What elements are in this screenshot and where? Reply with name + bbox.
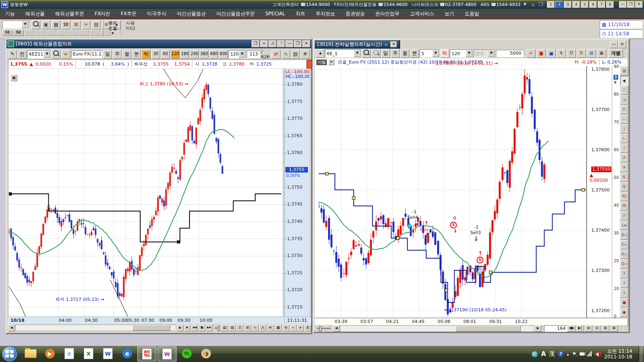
- power-icon[interactable]: [580, 352, 584, 356]
- menu-증권방송[interactable]: 증권방송: [341, 10, 370, 17]
- chart-bottom-icon-3[interactable]: ⊞: [244, 325, 251, 331]
- auto-icon[interactable]: A: [304, 325, 311, 331]
- quick-slot-S2[interactable]: S2: [13, 30, 24, 36]
- period-주[interactable]: 주: [113, 50, 122, 59]
- tab-close-icon[interactable]: ✕: [390, 41, 397, 47]
- toolbar-icon-2[interactable]: ▦: [52, 21, 60, 29]
- volume-muted-icon[interactable]: ◀: [595, 351, 599, 357]
- screen-button-5[interactable]: 5: [581, 1, 588, 8]
- count-field[interactable]: 5000: [496, 50, 523, 57]
- menu-미국주식[interactable]: 미국주식: [142, 10, 171, 17]
- group-tab-overseas[interactable]: 해외 선물▼: [105, 21, 120, 36]
- menu-해외선물[interactable]: 해외선물: [20, 10, 50, 17]
- ime-hanja-indicator[interactable]: 漢: [549, 350, 555, 358]
- minute-combo[interactable]: 5▼: [420, 49, 440, 58]
- period-틱[interactable]: 틱: [142, 50, 151, 59]
- menu-SPECIAL[interactable]: SPECIAL: [260, 11, 290, 16]
- chart-tool-icon-0[interactable]: ⇄: [272, 50, 281, 59]
- interval-240[interactable]: 240: [190, 50, 199, 59]
- symbol-name-field[interactable]: Euro FX(11.12): [71, 51, 102, 58]
- close-icon[interactable]: ✕: [618, 41, 626, 48]
- menu-보기[interactable]: 보기: [440, 10, 460, 17]
- draw-tool-3[interactable]: ◪: [620, 95, 628, 105]
- toolbar-icon-5[interactable]: ✂: [82, 21, 91, 29]
- nav-2[interactable]: ■: [198, 325, 205, 331]
- taskbar-app-explorer[interactable]: [21, 346, 40, 361]
- chevron-down-icon[interactable]: ▼: [432, 50, 439, 57]
- draw-tool-12[interactable]: f£: [620, 182, 628, 191]
- link-icon[interactable]: ∞: [384, 42, 388, 47]
- left-time-axis[interactable]: 10/1804:0004:3005:0005:3007:3009:0009:30…: [7, 317, 311, 324]
- left-chart-area[interactable]: ▦ 최고 1,3780 (10:53) → 최저 1,3717 (05:23) …: [7, 69, 311, 317]
- draw-tool-4[interactable]: ◩: [620, 105, 628, 114]
- period-일[interactable]: 일: [103, 50, 112, 59]
- nav-0[interactable]: ▶: [184, 325, 191, 331]
- pin-icon[interactable]: ⌖: [260, 40, 268, 47]
- quick-slot-S1[interactable]: S1: [2, 30, 13, 36]
- period-분[interactable]: 분: [410, 49, 419, 58]
- announce-icon[interactable]: ◀⤵: [61, 50, 70, 59]
- tray-clock[interactable]: 오전 11:14 2011-10-18: [604, 348, 632, 360]
- interval-480[interactable]: 480: [209, 50, 218, 59]
- draw-tool-2[interactable]: P: [620, 86, 628, 95]
- tick-button[interactable]: 틱: [440, 49, 449, 58]
- left-window-titlebar[interactable]: [0603] 해외선물종합차트 ❐⌖A?—❐✕: [6, 39, 311, 48]
- zoom-slider[interactable]: [317, 328, 331, 329]
- draw-tool-1[interactable]: ▶: [620, 76, 628, 85]
- right-window-tab[interactable]: [3010] 전략실행차트(실시간) ∞ ✕: [315, 40, 400, 49]
- symbol-combo[interactable]: 6EZ11▼: [27, 50, 51, 58]
- strategy-icon-4[interactable]: D: [567, 49, 576, 58]
- taskbar-app-notepad[interactable]: ≡: [60, 346, 78, 361]
- minimize-icon[interactable]: —: [610, 41, 618, 48]
- screen-button-8[interactable]: 8: [606, 1, 614, 8]
- draw-tool-25[interactable]: ●: [620, 308, 628, 317]
- menu-차트[interactable]: 차트: [291, 10, 311, 17]
- menu-고객서비스[interactable]: 고객서비스: [405, 10, 440, 17]
- chevron-down-icon[interactable]: ▼: [466, 50, 473, 57]
- draw-tool-16[interactable]: Lw: [620, 221, 628, 230]
- show-desktop-button[interactable]: [639, 346, 643, 362]
- draw-tool-9[interactable]: A: [620, 153, 628, 162]
- chart-bottom-icon-5[interactable]: ⋀: [259, 325, 266, 331]
- period-분[interactable]: 분: [132, 50, 141, 59]
- collapse-icon[interactable]: ◂: [316, 49, 324, 58]
- zoom-out-icon[interactable]: −: [290, 325, 297, 331]
- slider-handle[interactable]: [218, 326, 220, 331]
- network-icon[interactable]: [587, 352, 592, 356]
- taskbar-app-excel[interactable]: X: [79, 346, 98, 361]
- new-window-icon[interactable]: ❐: [252, 40, 260, 47]
- nav-icon-4[interactable]: ⊞: [601, 325, 609, 332]
- draw-tool-6[interactable]: |: [620, 124, 628, 134]
- chevron-down-icon[interactable]: ▼: [354, 50, 361, 57]
- all-button[interactable]: 전: [18, 50, 27, 59]
- chart-bottom-icon-4[interactable]: ∿: [252, 325, 259, 331]
- draw-tool-14[interactable]: fR: [620, 202, 628, 211]
- strategy-icon-2[interactable]: ▅: [547, 49, 556, 58]
- taskbar-app-media-player[interactable]: ▶: [41, 346, 59, 361]
- interval-combo[interactable]: 120▼: [229, 50, 246, 58]
- draw-tool-18[interactable]: E∿: [620, 240, 628, 249]
- scrollbar-thumb[interactable]: [132, 325, 170, 331]
- h-scrollbar[interactable]: [340, 325, 534, 332]
- scroll-left-icon[interactable]: ◀: [333, 325, 340, 332]
- home-icon[interactable]: ⌂: [529, 1, 537, 8]
- badge-close-icon[interactable]: ✕: [328, 59, 334, 65]
- zoom-slider[interactable]: [215, 327, 219, 329]
- period-일[interactable]: 일: [381, 49, 390, 58]
- scroll-left-icon[interactable]: ◀: [8, 325, 15, 331]
- font-icon[interactable]: A: [268, 40, 277, 47]
- grid-settings-icon[interactable]: ▦: [10, 74, 17, 81]
- screen-number-combo[interactable]: ▼: [2, 21, 29, 29]
- right-price-axis[interactable]: 1,378001,377001,376001,375001,374001,373…: [587, 66, 612, 318]
- draw-tool-21[interactable]: T: [620, 269, 628, 278]
- close-icon[interactable]: ✕: [635, 1, 643, 8]
- menu-투자정보[interactable]: 투자정보: [311, 10, 341, 17]
- interval-360[interactable]: 360: [200, 50, 208, 59]
- chart-tool-icon-2[interactable]: ▤: [291, 50, 300, 59]
- chevron-down-icon[interactable]: ▼: [239, 51, 246, 58]
- user-tab[interactable]: 사용 자02: [123, 21, 138, 31]
- menu-FX주문[interactable]: FX주문: [116, 10, 142, 17]
- draw-tool-8[interactable]: /: [620, 144, 628, 153]
- nav-icon-1[interactable]: ▶|: [576, 325, 584, 332]
- chart-bottom-icon-7[interactable]: ▦: [275, 325, 282, 331]
